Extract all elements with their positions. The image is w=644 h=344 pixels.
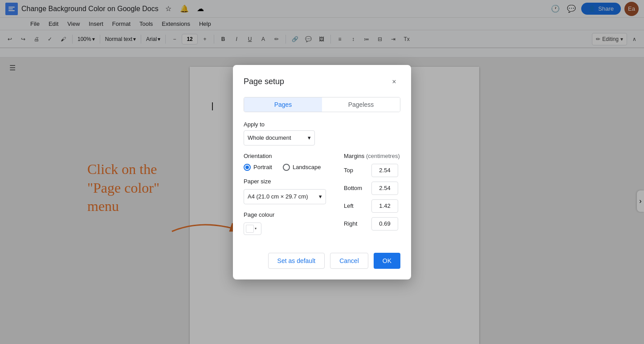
- paper-size-value: A4 (21.0 cm × 29.7 cm): [248, 193, 308, 200]
- margin-left-label: Left: [344, 202, 366, 209]
- dialog-footer: Set as default Cancel OK: [244, 253, 400, 269]
- apply-to-arrow: ▾: [308, 134, 311, 141]
- set-as-default-button[interactable]: Set as default: [268, 253, 325, 269]
- apply-to-group: Apply to Whole document ▾: [244, 121, 400, 146]
- landscape-radio-circle: [283, 164, 290, 171]
- page-setup-dialog: Page setup × Pages Pageless Apply to Who…: [233, 65, 411, 279]
- landscape-label: Landscape: [293, 164, 321, 170]
- paper-size-group: Paper size A4 (21.0 cm × 29.7 cm) ▾: [244, 178, 326, 204]
- margins-unit: (centimetres): [366, 153, 400, 159]
- margin-left-input[interactable]: [371, 199, 398, 213]
- margins-label: Margins (centimetres): [344, 153, 400, 159]
- orientation-label: Orientation: [244, 153, 326, 159]
- margin-top-row: Top: [344, 164, 400, 177]
- ok-button[interactable]: OK: [374, 253, 400, 269]
- apply-to-label: Apply to: [244, 121, 400, 128]
- paper-size-label: Paper size: [244, 178, 326, 185]
- orientation-group: Orientation Portrait Landscape: [244, 153, 326, 171]
- paper-size-select[interactable]: A4 (21.0 cm × 29.7 cm) ▾: [244, 189, 326, 204]
- margin-bottom-label: Bottom: [344, 185, 366, 191]
- orientation-margins-row: Orientation Portrait Landscape: [244, 153, 400, 242]
- portrait-radio[interactable]: Portrait: [244, 164, 272, 171]
- left-col: Orientation Portrait Landscape: [244, 153, 326, 242]
- margin-top-label: Top: [344, 167, 366, 174]
- dialog-close-button[interactable]: ×: [388, 76, 400, 88]
- apply-to-select[interactable]: Whole document ▾: [244, 130, 315, 146]
- page-colour-label: Page colour: [244, 211, 326, 218]
- dialog-title: Page setup: [244, 77, 284, 86]
- landscape-radio[interactable]: Landscape: [283, 164, 321, 171]
- margin-right-input[interactable]: [371, 217, 398, 231]
- tab-pageless[interactable]: Pageless: [322, 97, 400, 112]
- margin-bottom-input[interactable]: [371, 182, 398, 195]
- dialog-overlay: Page setup × Pages Pageless Apply to Who…: [0, 0, 644, 344]
- portrait-label: Portrait: [253, 164, 272, 170]
- dialog-tabs: Pages Pageless: [244, 97, 400, 112]
- cancel-button[interactable]: Cancel: [330, 253, 368, 269]
- margins-col: Margins (centimetres) Top Bottom Left Ri…: [344, 153, 400, 242]
- tab-pages[interactable]: Pages: [244, 97, 322, 112]
- portrait-radio-circle: [244, 164, 251, 171]
- dialog-header: Page setup ×: [244, 76, 400, 88]
- margin-top-input[interactable]: [371, 164, 398, 177]
- colour-arrow: ▾: [255, 227, 257, 231]
- margin-right-label: Right: [344, 220, 366, 227]
- margin-left-row: Left: [344, 199, 400, 213]
- paper-size-arrow: ▾: [319, 193, 322, 200]
- margin-right-row: Right: [344, 217, 400, 231]
- margin-bottom-row: Bottom: [344, 182, 400, 195]
- apply-to-value: Whole document: [248, 134, 291, 141]
- page-colour-group: Page colour ▾: [244, 211, 326, 235]
- orientation-radio-group: Portrait Landscape: [244, 164, 326, 171]
- page-colour-button[interactable]: ▾: [244, 223, 261, 235]
- colour-swatch: [246, 225, 254, 233]
